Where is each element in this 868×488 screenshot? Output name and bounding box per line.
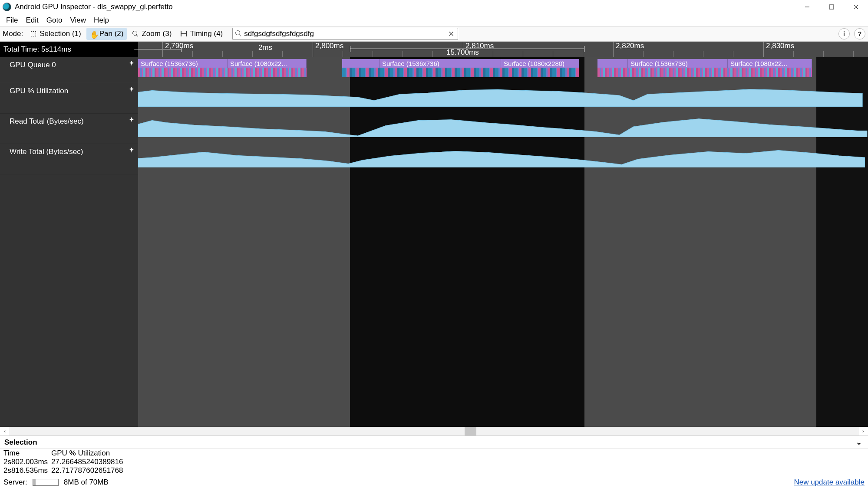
memory-meter (33, 479, 59, 486)
queue-segment[interactable]: Surface (1080x2280) (501, 59, 579, 68)
selection-title: Selection (4, 438, 37, 447)
scroll-thumb[interactable] (465, 427, 476, 436)
timeline-area: Total Time: 5s114ms 2ms 2,790ms2,800ms2,… (0, 42, 868, 427)
timing-icon (180, 30, 187, 37)
server-label: Server: (3, 478, 27, 487)
selection-icon (30, 30, 37, 37)
selection-header[interactable]: Selection ⌄ (0, 436, 868, 449)
window-title: Android GPU Inspector - dls_swappy_gl.pe… (15, 3, 173, 11)
window-maximize-button[interactable] (819, 0, 844, 14)
mode-label: Mode: (3, 29, 25, 38)
queue-segment[interactable] (597, 59, 628, 68)
pin-icon[interactable] (129, 116, 135, 122)
menu-goto[interactable]: Goto (43, 15, 66, 26)
mode-toolbar: Mode: Selection (1) ✋ Pan (2) Zoom (3) T… (0, 26, 868, 42)
mode-pan-button[interactable]: ✋ Pan (2) (86, 28, 127, 40)
hand-icon: ✋ (90, 30, 97, 37)
title-bar: Android GPU Inspector - dls_swappy_gl.pe… (0, 0, 868, 14)
timeline-canvas[interactable]: Surface (1536x736)Surface (1080x22...Sur… (138, 57, 868, 427)
area-chart[interactable] (138, 116, 868, 137)
table-cell: 2s802.003ms (3, 458, 51, 466)
app-icon (3, 3, 11, 11)
mode-selection-button[interactable]: Selection (1) (26, 28, 84, 40)
track-label-write-total[interactable]: Write Total (Bytes/sec) (0, 144, 138, 174)
total-time-label: Total Time: 5s114ms (0, 42, 138, 57)
table-cell: 27.266485240389816 (51, 458, 865, 466)
queue-segment[interactable]: Surface (1536x736) (380, 59, 501, 68)
mode-zoom-label: Zoom (3) (142, 29, 172, 38)
pin-icon[interactable] (129, 147, 135, 153)
track-label-gpu-queue[interactable]: GPU Queue 0 (0, 57, 138, 83)
menu-help[interactable]: Help (90, 15, 112, 26)
timeline-hscroll[interactable]: ‹ › (0, 427, 868, 436)
queue-segment[interactable]: Surface (1536x736) (138, 59, 228, 68)
search-input[interactable] (244, 29, 447, 38)
selection-col-time: Time (3, 449, 51, 458)
frame-bg (584, 57, 816, 427)
queue-stripes (597, 68, 812, 77)
search-icon (235, 30, 242, 37)
memory-meter-fill (33, 479, 36, 485)
menu-bar: File Edit Goto View Help (0, 14, 868, 26)
track-label-gpu-util[interactable]: GPU % Utilization (0, 83, 138, 114)
chevron-down-icon[interactable]: ⌄ (854, 438, 864, 447)
queue-segment[interactable] (342, 59, 380, 68)
menu-edit[interactable]: Edit (22, 15, 42, 26)
menu-view[interactable]: View (67, 15, 90, 26)
area-chart[interactable] (138, 86, 868, 107)
window-minimize-button[interactable] (795, 0, 819, 14)
tracks-container: GPU Queue 0 GPU % Utilization Read Total… (0, 57, 868, 427)
table-cell: 2s816.535ms (3, 466, 51, 475)
selection-table: Time GPU % Utilization 2s802.003ms 27.26… (0, 449, 868, 476)
area-chart[interactable] (138, 147, 868, 167)
selection-panel: Selection ⌄ Time GPU % Utilization 2s802… (0, 436, 868, 476)
scale-unit-label: 2ms (258, 43, 272, 52)
status-bar: Server: 8MB of 70MB New update available (0, 476, 868, 488)
queue-stripes (138, 68, 307, 77)
ruler-range[interactable]: 15.700ms (350, 49, 584, 55)
queue-segment[interactable]: Surface (1536x736) (628, 59, 728, 68)
pin-icon[interactable] (129, 60, 135, 66)
selection-col-value: GPU % Utilization (51, 449, 865, 458)
zoom-icon (132, 30, 139, 37)
mode-selection-label: Selection (1) (40, 29, 81, 38)
mode-timing-button[interactable]: Timing (4) (177, 28, 226, 40)
svg-rect-1 (829, 5, 834, 9)
scroll-left-button[interactable]: ‹ (0, 427, 10, 436)
mode-pan-label: Pan (2) (99, 29, 124, 38)
scroll-right-button[interactable]: › (858, 427, 868, 436)
mode-timing-label: Timing (4) (190, 29, 223, 38)
info-button[interactable]: i (838, 28, 850, 39)
queue-stripes (342, 68, 579, 77)
frame-bg (138, 57, 350, 427)
window-close-button[interactable] (844, 0, 868, 14)
frame-bg (350, 57, 584, 427)
queue-segment[interactable]: Surface (1080x22... (228, 59, 307, 68)
track-labels: GPU Queue 0 GPU % Utilization Read Total… (0, 57, 138, 427)
scroll-track[interactable] (10, 427, 858, 436)
update-link[interactable]: New update available (794, 478, 865, 487)
timeline-ruler[interactable]: Total Time: 5s114ms 2ms 2,790ms2,800ms2,… (0, 42, 868, 57)
search-clear-button[interactable]: ✕ (447, 30, 455, 38)
help-button[interactable]: ? (854, 28, 865, 39)
mode-zoom-button[interactable]: Zoom (3) (129, 28, 175, 40)
search-box[interactable]: ✕ (232, 28, 458, 40)
track-label-read-total[interactable]: Read Total (Bytes/sec) (0, 114, 138, 144)
table-cell: 22.717787602651768 (51, 466, 865, 475)
menu-file[interactable]: File (3, 15, 21, 26)
pin-icon[interactable] (129, 86, 135, 92)
memory-text: 8MB of 70MB (64, 478, 109, 487)
queue-segment[interactable]: Surface (1080x22... (728, 59, 812, 68)
